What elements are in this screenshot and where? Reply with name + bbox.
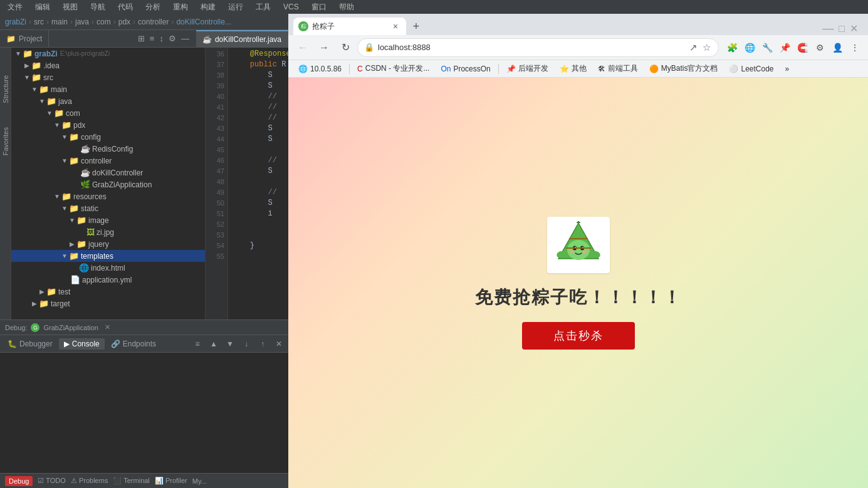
- statusbar-my[interactable]: My...: [192, 477, 207, 485]
- bookmark-processon[interactable]: On ProcessOn: [436, 63, 495, 75]
- tree-item-test[interactable]: ▶ 📁 test: [11, 286, 205, 298]
- tree-item-static[interactable]: ▼ 📁 static: [11, 202, 205, 214]
- path-segment-0[interactable]: grabZi: [5, 18, 26, 26]
- tab-endpoints[interactable]: 🔗 Endpoints: [106, 338, 161, 350]
- tree-item-grabziapplication[interactable]: 🌿 GrabZiApplication: [11, 179, 205, 190]
- bookmark-other[interactable]: ⭐ 其他: [555, 62, 592, 75]
- minimize-icon[interactable]: —: [822, 22, 834, 35]
- statusbar-todo[interactable]: ☑ TODO: [38, 477, 65, 485]
- bookmark-leetcode[interactable]: ⚪ LeetCode: [724, 63, 778, 75]
- tree-action-btn-3[interactable]: ↕: [157, 33, 165, 44]
- kill-button[interactable]: 点击秒杀: [522, 322, 635, 350]
- tab-project[interactable]: 📁 Project: [0, 30, 49, 47]
- ext-btn-6[interactable]: ⚙: [812, 39, 828, 56]
- menu-vcs[interactable]: VCS: [281, 1, 301, 13]
- menu-analyze[interactable]: 分析: [143, 1, 163, 14]
- tree-item-config[interactable]: ▼ 📁 config: [11, 131, 205, 143]
- tree-item-jquery[interactable]: ▶ 📁 jquery: [11, 238, 205, 250]
- back-btn[interactable]: ←: [293, 38, 312, 57]
- path-segment-3[interactable]: java: [75, 18, 89, 26]
- menu-help[interactable]: 帮助: [337, 1, 357, 14]
- menu-file[interactable]: 文件: [5, 1, 25, 14]
- menu-edit[interactable]: 编辑: [33, 1, 53, 14]
- bookmark-backend[interactable]: 📌 后端开发: [501, 62, 553, 75]
- tree-item-java[interactable]: ▼ 📁 java: [11, 95, 205, 107]
- bookmark-frontend-tools[interactable]: 🛠 前端工具: [593, 62, 643, 75]
- menu-view[interactable]: 视图: [60, 1, 80, 14]
- console-toolbar-btn-6[interactable]: ✕: [272, 337, 286, 351]
- tree-item-target[interactable]: ▶ 📁 target: [11, 298, 205, 309]
- tree-item-zi-jpg[interactable]: 🖼 zi.jpg: [11, 226, 205, 238]
- tree-item-application-yml[interactable]: 📄 application.yml: [11, 274, 205, 286]
- console-toolbar-btn-1[interactable]: ≡: [191, 337, 204, 351]
- bookmark-more[interactable]: »: [780, 63, 795, 75]
- ext-btn-8[interactable]: ⋮: [847, 39, 863, 56]
- tree-item-idea[interactable]: ▶ 📁 .idea: [11, 60, 205, 71]
- menu-build[interactable]: 构建: [198, 1, 218, 14]
- share-icon[interactable]: ↗: [688, 41, 699, 55]
- ext-btn-5[interactable]: 🧲: [794, 39, 810, 56]
- ext-btn-4[interactable]: 📌: [776, 39, 793, 56]
- tab-close-btn[interactable]: ×: [390, 21, 401, 32]
- path-segment-2[interactable]: main: [51, 18, 68, 26]
- new-tab-btn[interactable]: +: [407, 18, 425, 35]
- forward-btn[interactable]: →: [315, 38, 333, 57]
- statusbar-terminal[interactable]: ⬛ Terminal: [113, 477, 149, 485]
- console-toolbar-btn-5[interactable]: ↑: [256, 337, 269, 351]
- bookmark-mybatis[interactable]: 🟠 MyBatis官方文档: [644, 62, 723, 75]
- tree-item-grabzi[interactable]: ▼ 📁 grabZi E:\plus-pro\grabZi: [11, 48, 205, 60]
- ext-btn-2[interactable]: 🌐: [741, 39, 758, 56]
- path-segment-7[interactable]: doKillControlle...: [176, 18, 231, 26]
- console-toolbar-btn-2[interactable]: ▲: [207, 337, 221, 351]
- ext-btn-1[interactable]: 🧩: [724, 39, 740, 56]
- status-debug-btn[interactable]: Debug: [5, 476, 33, 486]
- path-segment-4[interactable]: com: [97, 18, 111, 26]
- menu-navigate[interactable]: 导航: [88, 1, 108, 14]
- menu-run[interactable]: 运行: [226, 1, 246, 14]
- ext-btn-7[interactable]: 👤: [829, 39, 845, 56]
- tree-item-dokillcontroller[interactable]: ☕ doKillController: [11, 167, 205, 179]
- bookmark-ip[interactable]: 🌐 10.0.5.86: [293, 63, 347, 75]
- menu-window[interactable]: 窗口: [309, 1, 329, 14]
- vertical-tab-structure[interactable]: Structure: [1, 73, 11, 106]
- close-icon[interactable]: ✕: [105, 323, 110, 331]
- path-segment-6[interactable]: controller: [138, 18, 169, 26]
- close-window-icon[interactable]: ✕: [850, 23, 858, 34]
- tree-item-src[interactable]: ▼ 📁 src: [11, 71, 205, 83]
- path-segment-1[interactable]: src: [34, 18, 44, 26]
- ext-btn-3[interactable]: 🔧: [759, 39, 775, 56]
- reload-btn[interactable]: ↻: [336, 38, 355, 57]
- browser-tab-active[interactable]: 粽 抢粽子 ×: [293, 18, 406, 35]
- tab-active-file[interactable]: ☕ doKillController.java: [196, 30, 288, 47]
- menu-code[interactable]: 代码: [115, 1, 135, 14]
- tree-item-redisconfig[interactable]: ☕ RedisConfig: [11, 143, 205, 155]
- tree-item-resources[interactable]: ▼ 📁 resources: [11, 190, 205, 202]
- menu-refactor[interactable]: 重构: [170, 1, 191, 14]
- tree-item-pdx[interactable]: ▼ 📁 pdx: [11, 119, 205, 131]
- statusbar-profiler[interactable]: 📊 Profiler: [155, 477, 187, 485]
- menu-tools[interactable]: 工具: [253, 1, 273, 14]
- tree-item-templates[interactable]: ▼ 📁 templates: [11, 250, 205, 262]
- bookmark-icon[interactable]: ☆: [701, 41, 712, 55]
- editor-code[interactable]: @ResponseBody public R S S // // // S: [228, 48, 288, 319]
- tree-item-controller[interactable]: ▼ 📁 controller: [11, 155, 205, 167]
- bookmark-csdn[interactable]: C CSDN - 专业开发...: [352, 62, 434, 75]
- tree-item-main[interactable]: ▼ 📁 main: [11, 83, 205, 95]
- console-toolbar-btn-4[interactable]: ↓: [239, 337, 253, 351]
- vertical-tab-favorites[interactable]: Favorites: [1, 125, 11, 158]
- tree-action-btn-2[interactable]: ≡: [148, 33, 157, 44]
- tab-console[interactable]: ▶ Console: [59, 338, 105, 350]
- path-segment-5[interactable]: pdx: [118, 18, 130, 26]
- maximize-icon[interactable]: □: [839, 23, 845, 34]
- tree-action-btn-4[interactable]: ⚙: [167, 33, 178, 44]
- address-text[interactable]: localhost:8888: [378, 43, 684, 52]
- tree-item-image[interactable]: ▼ 📁 image: [11, 214, 205, 226]
- statusbar-problems[interactable]: ⚠ Problems: [71, 477, 108, 485]
- tree-item-index-html[interactable]: 🌐 index.html: [11, 262, 205, 274]
- tree-action-btn-1[interactable]: ⊞: [136, 33, 147, 44]
- console-toolbar-btn-3[interactable]: ▼: [223, 337, 237, 351]
- bookmark-label: ProcessOn: [453, 65, 490, 73]
- tab-debugger[interactable]: 🐛 Debugger: [3, 338, 58, 350]
- tree-action-btn-5[interactable]: —: [179, 33, 191, 44]
- tree-item-com[interactable]: ▼ 📁 com: [11, 107, 205, 119]
